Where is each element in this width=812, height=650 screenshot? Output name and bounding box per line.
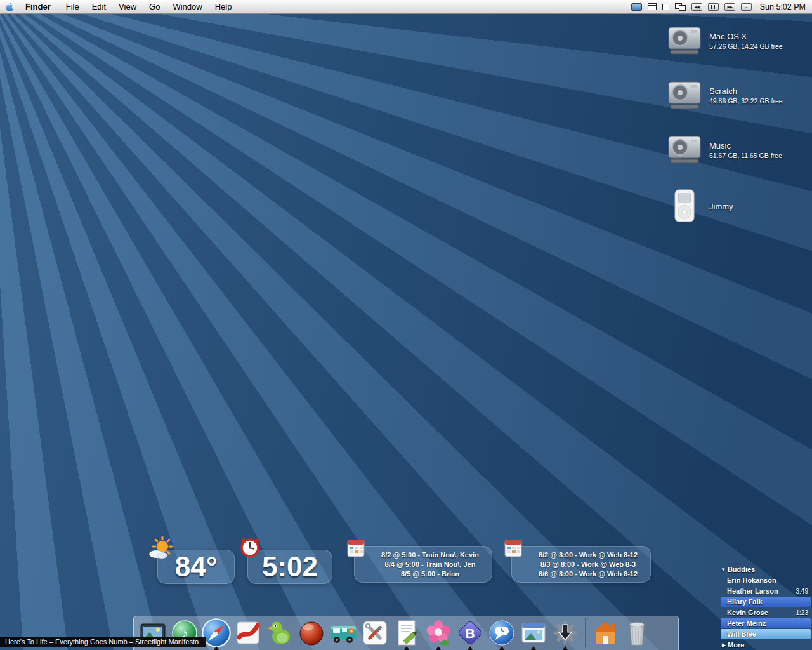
calendar-events: 8/2 @ 5:00 - Train Nou\, Kevin 8/4 @ 5:0… <box>354 546 492 579</box>
calendar-event: 8/6 @ 8:00 - Work @ Web 8-12 <box>529 569 647 579</box>
running-indicator <box>563 646 568 650</box>
media-previous-button[interactable]: ◀◀ <box>691 3 702 11</box>
menu-items: Finder File Edit View Go Window Help <box>19 0 238 13</box>
trash-icon <box>622 618 652 647</box>
script-menu-icon[interactable] <box>662 4 669 10</box>
desktop-icon-scratch[interactable]: Scratch 49.86 GB, 32.22 GB free <box>666 80 809 110</box>
collapse-triangle-icon: ▼ <box>721 567 726 573</box>
eject-menu-icon[interactable]: – <box>741 3 752 11</box>
dock-item-van[interactable] <box>327 617 359 649</box>
calendar-events: 8/2 @ 8:00 - Work @ Web 8-12 8/3 @ 8:00 … <box>511 546 651 579</box>
more-label: More <box>728 641 744 649</box>
running-indicator <box>468 646 473 650</box>
expand-triangle-icon: ▶ <box>722 642 726 648</box>
menu-extras: ◀◀ ▶▶ – Sun 5:02 PM <box>631 3 812 11</box>
menu-item-edit[interactable]: Edit <box>86 0 112 13</box>
hard-drive-icon <box>666 135 703 165</box>
desktop-icon-macosx[interactable]: Mac OS X 57.26 GB, 14.24 GB free <box>666 25 809 56</box>
menu-item-finder[interactable]: Finder <box>19 0 60 13</box>
buddy-list-widget: ▼ Buddies Erin Hokanson Heather Larson 3… <box>721 564 811 649</box>
buddy-row[interactable]: Will Blee <box>721 629 811 639</box>
tools-icon <box>360 618 390 647</box>
adium-duck-icon <box>265 618 294 647</box>
buddy-row[interactable]: Kevin Grose 1:23 <box>721 607 811 618</box>
displays-menu-icon[interactable] <box>631 3 642 11</box>
buddy-name: Heather Larson <box>727 587 778 595</box>
hard-drive-icon <box>666 25 703 56</box>
menu-item-go[interactable]: Go <box>143 0 166 13</box>
dock-item-flower-app[interactable] <box>422 617 454 649</box>
window-menu-icon[interactable] <box>648 3 657 10</box>
volume-name: Music <box>709 141 782 150</box>
dock-item-trash[interactable] <box>621 617 653 649</box>
dock-item-home-folder[interactable] <box>589 617 621 649</box>
buddy-name: Erin Hokanson <box>727 576 776 584</box>
volume-name: Jimmy <box>709 202 733 211</box>
dock-item-adium[interactable] <box>264 617 296 649</box>
dock: ♪ <box>133 616 679 650</box>
flower-app-icon <box>424 618 453 647</box>
buddy-row[interactable]: Peter Meinz <box>721 618 811 628</box>
windows-overlap-icon[interactable] <box>675 3 686 11</box>
dock-item-chat[interactable] <box>486 617 518 649</box>
menu-bar: Finder File Edit View Go Window Help ◀◀ … <box>0 0 812 14</box>
home-folder-icon <box>591 618 620 647</box>
dock-item-slideshow[interactable] <box>518 617 549 649</box>
buddy-name: Hilary Falk <box>727 598 763 606</box>
running-indicator <box>404 646 409 650</box>
media-pause-button[interactable] <box>708 3 719 11</box>
now-playing-text: Here's To Life – Everything Goes Numb – … <box>5 638 199 646</box>
red-sphere-app-icon <box>297 618 326 647</box>
dock-item-bbedit[interactable]: B <box>454 617 486 649</box>
buddy-idle-time: 1:23 <box>796 609 808 616</box>
apple-menu[interactable] <box>0 2 19 12</box>
dock-item-mail[interactable] <box>232 617 264 649</box>
buddy-row[interactable]: Heather Larson 3:49 <box>721 586 811 596</box>
dock-separator <box>585 618 586 647</box>
calendar-icon <box>502 537 524 561</box>
menu-item-file[interactable]: File <box>60 0 86 13</box>
clock-widget[interactable]: 5:02 <box>247 550 332 584</box>
calendar-widget-2[interactable]: 8/2 @ 8:00 - Work @ Web 8-12 8/3 @ 8:00 … <box>511 546 651 583</box>
buddy-list-more[interactable]: ▶ More <box>721 640 811 649</box>
sun-cloud-icon <box>147 536 176 564</box>
running-indicator <box>214 646 219 650</box>
volume-name: Scratch <box>709 86 783 96</box>
dock-item-tools[interactable] <box>359 617 391 649</box>
dock-item-text-editor[interactable] <box>391 617 422 649</box>
now-playing-bar: Here's To Life – Everything Goes Numb – … <box>0 637 206 647</box>
calendar-widget-1[interactable]: 8/2 @ 5:00 - Train Nou\, Kevin 8/4 @ 5:0… <box>354 546 492 583</box>
weather-widget[interactable]: 84° <box>157 550 235 584</box>
running-indicator <box>436 646 441 650</box>
buddy-list-header[interactable]: ▼ Buddies <box>721 564 811 575</box>
menu-item-window[interactable]: Window <box>166 0 208 13</box>
desktop-icon-music[interactable]: Music 61.67 GB, 11.65 GB free <box>666 135 809 165</box>
desktop-icon-jimmy[interactable]: Jimmy <box>666 188 809 225</box>
hard-drive-icon <box>666 80 703 110</box>
buddy-row[interactable]: Erin Hokanson <box>721 575 811 585</box>
buddy-name: Peter Meinz <box>727 620 766 627</box>
buddy-name: Kevin Grose <box>727 609 768 616</box>
alarm-clock-icon <box>239 536 261 561</box>
svg-text:B: B <box>465 626 475 640</box>
calendar-icon <box>345 537 367 561</box>
volume-name: Mac OS X <box>709 32 783 41</box>
apple-logo-icon <box>5 2 15 12</box>
chat-icon <box>487 618 516 647</box>
dock-item-red-sphere-app[interactable] <box>296 617 327 649</box>
menu-bar-clock[interactable]: Sun 5:02 PM <box>757 3 806 11</box>
buddy-idle-time: 3:49 <box>796 588 808 595</box>
volume-info: 49.86 GB, 32.22 GB free <box>709 97 783 105</box>
menu-item-view[interactable]: View <box>112 0 143 13</box>
menu-item-help[interactable]: Help <box>209 0 239 13</box>
van-icon <box>329 618 358 647</box>
buddy-list-title: Buddies <box>728 566 755 573</box>
volume-info: 57.26 GB, 14.24 GB free <box>709 43 783 50</box>
media-next-button[interactable]: ▶▶ <box>724 3 735 11</box>
buddy-row[interactable]: Hilary Falk <box>721 597 811 607</box>
dock-item-gear-download[interactable] <box>549 617 581 649</box>
text-editor-icon <box>392 618 421 647</box>
gear-download-icon <box>551 618 580 647</box>
calendar-event: 8/4 @ 5:00 - Train Nou\, Jen <box>372 560 488 569</box>
mail-icon <box>233 618 263 647</box>
